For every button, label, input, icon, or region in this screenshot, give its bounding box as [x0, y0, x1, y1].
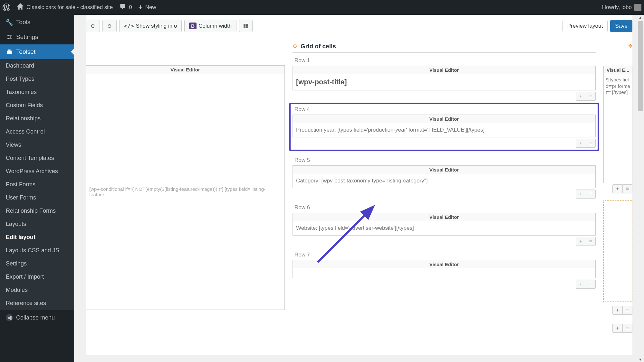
submenu-edit-layout[interactable]: Edit layout: [0, 231, 74, 244]
wordpress-logo[interactable]: [3, 4, 10, 11]
visual-editor-cell-row4[interactable]: Visual Editor Production year: [types fi…: [293, 115, 596, 137]
cell-header: Visual Editor: [293, 213, 595, 221]
cell-content: $[types field='pr format=' [/types]: [604, 74, 632, 98]
column-width-button[interactable]: B Column width: [184, 20, 236, 32]
cell-content: Category: [wpv-post-taxonomy type="listi…: [293, 174, 595, 188]
row-actions: + ≡: [293, 190, 596, 199]
grid-options-button[interactable]: [239, 20, 253, 32]
visual-editor-cell-row6[interactable]: Visual Editor Website: [types field='adv…: [293, 213, 596, 236]
row-actions: + ≡: [293, 92, 596, 101]
move-handle-container: ✥: [603, 43, 632, 51]
row-menu-button[interactable]: ≡: [586, 190, 596, 199]
svg-point-5: [8, 38, 9, 40]
cell-content: Website: [types field='advertiser-websit…: [293, 221, 595, 235]
row-menu-button[interactable]: ≡: [586, 237, 596, 246]
row-menu-button[interactable]: ≡: [623, 184, 632, 193]
row-actions: + ≡: [603, 324, 632, 333]
svg-rect-6: [8, 50, 10, 51]
svg-rect-11: [246, 26, 248, 28]
submenu-post-forms[interactable]: Post Forms: [0, 178, 74, 191]
submenu-dashboard[interactable]: Dashboard: [0, 59, 74, 72]
row-menu-button[interactable]: ≡: [623, 324, 632, 333]
svg-rect-10: [244, 26, 245, 28]
add-cell-button[interactable]: +: [612, 324, 622, 333]
visual-editor-cell-row5[interactable]: Visual Editor Category: [wpv-post-taxono…: [293, 165, 596, 188]
preview-layout-button[interactable]: Preview layout: [562, 20, 608, 32]
highlighted-row: Row 4 Visual Editor Production year: [ty…: [289, 103, 599, 151]
undo-button[interactable]: [86, 20, 100, 32]
row-actions: + ≡: [603, 184, 632, 193]
add-cell-button[interactable]: +: [576, 190, 586, 199]
site-home-link[interactable]: Classic cars for sale - classified site: [17, 3, 113, 12]
submenu-reference-sites[interactable]: Reference sites: [0, 297, 74, 310]
add-cell-button[interactable]: +: [612, 306, 622, 315]
move-handle-icon[interactable]: ✥: [293, 43, 297, 50]
submenu-settings[interactable]: Settings: [0, 257, 74, 270]
collapse-menu[interactable]: ◀ Collapse menu: [0, 310, 74, 325]
submenu-relationships[interactable]: Relationships: [0, 112, 74, 125]
row-label: Row 5: [293, 155, 596, 165]
submenu-user-forms[interactable]: User Forms: [0, 191, 74, 204]
user-menu[interactable]: Howdy, lobo: [602, 4, 641, 11]
row-actions: + ≡: [293, 139, 596, 148]
row-label: Row 7: [293, 250, 596, 260]
cell-header: Visual Editor: [293, 115, 595, 123]
row-menu-button[interactable]: ≡: [586, 92, 596, 101]
visual-editor-cell-left[interactable]: Visual Editor [wpv-conditional if="( NOT…: [86, 65, 285, 310]
add-cell-button[interactable]: +: [576, 92, 586, 101]
submenu-relationship-forms[interactable]: Relationship Forms: [0, 204, 74, 218]
row-label: Row 6: [293, 202, 596, 213]
avatar: [634, 4, 641, 11]
admin-sidebar: 🔧 Tools Settings Toolset Dashboard Post …: [0, 15, 74, 362]
row-menu-button[interactable]: ≡: [586, 139, 596, 148]
add-cell-button[interactable]: +: [576, 280, 586, 289]
cell-content: Production year: [types field='productio…: [293, 123, 595, 137]
svg-rect-8: [244, 24, 245, 26]
row-actions: + ≡: [293, 280, 596, 289]
visual-editor-cell-right[interactable]: Visual E... $[types field='pr format=' […: [603, 66, 632, 183]
submenu-export-import[interactable]: Export / Import: [0, 270, 74, 283]
cell-header: Visual Editor: [86, 66, 284, 74]
submenu-post-types[interactable]: Post Types: [0, 72, 74, 86]
menu-toolset[interactable]: Toolset: [0, 44, 74, 59]
submenu-custom-fields[interactable]: Custom Fields: [0, 99, 74, 112]
add-cell-button[interactable]: +: [612, 184, 622, 193]
submenu-content-templates[interactable]: Content Templates: [0, 152, 74, 165]
row-label: Row 4: [293, 106, 596, 115]
submenu-wp-archives[interactable]: WordPress Archives: [0, 165, 74, 178]
save-button[interactable]: Save: [610, 20, 632, 32]
cell-header: Visual Editor: [293, 66, 595, 74]
bootstrap-icon: B: [189, 23, 197, 29]
content-area: </> Show styling info B Column width Pre…: [74, 15, 644, 362]
submenu-access-control[interactable]: Access Control: [0, 125, 74, 138]
visual-editor-cell-row1[interactable]: Visual Editor [wpv-post-title]: [293, 66, 596, 90]
empty-dashed-cell[interactable]: [603, 200, 632, 302]
layout-editor: Visual Editor [wpv-conditional if="( NOT…: [86, 37, 632, 342]
sliders-icon: [6, 33, 13, 41]
submenu-taxonomies[interactable]: Taxonomies: [0, 86, 74, 99]
submenu-layouts[interactable]: Layouts: [0, 218, 74, 231]
move-handle-icon[interactable]: ✥: [628, 43, 632, 49]
menu-tools[interactable]: 🔧 Tools: [0, 15, 74, 30]
toolset-icon: [6, 48, 13, 55]
row-menu-button[interactable]: ≡: [586, 280, 596, 289]
scrollbar[interactable]: ▲ ▼: [637, 15, 644, 362]
submenu-layouts-css-js[interactable]: Layouts CSS and JS: [0, 244, 74, 257]
svg-rect-9: [246, 24, 248, 26]
new-content-link[interactable]: + New: [139, 3, 156, 12]
site-title: Classic cars for sale - classified site: [26, 4, 113, 11]
redo-button[interactable]: [102, 20, 117, 32]
row-menu-button[interactable]: ≡: [623, 306, 632, 315]
submenu-modules[interactable]: Modules: [0, 283, 74, 297]
submenu-views[interactable]: Views: [0, 138, 74, 152]
row-label: Row 1: [293, 55, 596, 66]
svg-point-4: [10, 36, 11, 38]
add-cell-button[interactable]: +: [576, 139, 586, 148]
show-styling-button[interactable]: </> Show styling info: [119, 20, 182, 32]
visual-editor-cell-row7[interactable]: Visual Editor: [293, 260, 596, 278]
menu-settings[interactable]: Settings: [0, 30, 74, 44]
add-cell-button[interactable]: +: [576, 237, 586, 246]
toolset-submenu: Dashboard Post Types Taxonomies Custom F…: [0, 59, 74, 310]
cell-header: Visual Editor: [293, 166, 595, 174]
comments-link[interactable]: 0: [119, 3, 132, 12]
